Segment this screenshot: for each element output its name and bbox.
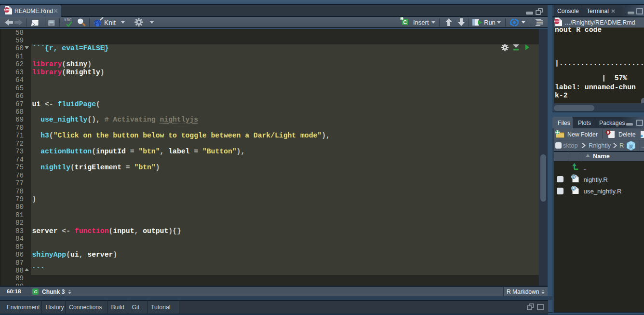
- svg-text:Rmd: Rmd: [5, 9, 9, 11]
- svg-text:R: R: [572, 175, 575, 179]
- svg-text:Rmd: Rmd: [555, 21, 559, 23]
- svg-text:R: R: [572, 186, 575, 191]
- svg-text:R: R: [629, 144, 633, 150]
